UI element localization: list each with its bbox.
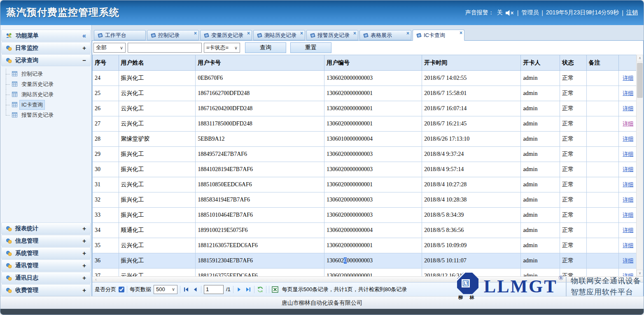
next-page-icon[interactable]: [236, 286, 243, 293]
detail-link[interactable]: 详细: [623, 166, 633, 172]
sidebar-group-日常监控[interactable]: 日常监控 +: [1, 42, 91, 54]
reset-button[interactable]: 重置: [290, 42, 331, 53]
speaker-muted-icon[interactable]: [506, 10, 514, 16]
scroll-left-icon[interactable]: ‹: [93, 277, 98, 282]
expand-state-icon[interactable]: +: [82, 250, 86, 257]
tab-工作平台[interactable]: 工作平台: [94, 30, 146, 40]
sidebar-group-报表统计[interactable]: 报表统计 +: [1, 222, 91, 234]
detail-link[interactable]: 详细: [623, 197, 633, 203]
table-row[interactable]: 24振兴化工0EB670F613060200000000032018/6/7 1…: [93, 71, 638, 86]
detail-link[interactable]: 详细: [623, 212, 633, 218]
sidebar-group-通讯管理[interactable]: 通讯管理 +: [1, 259, 91, 271]
expand-state-icon[interactable]: +: [82, 287, 86, 294]
sidebar-subitem-控制记录[interactable]: 控制记录: [0, 69, 91, 79]
cell-seq: 30: [93, 162, 119, 177]
card-status-select[interactable]: =卡状态= ∨: [204, 43, 240, 53]
table-row[interactable]: 32振兴化工1885834194E7B7AF613060200000000032…: [93, 192, 638, 208]
table-row[interactable]: 35云兴化工18812163057EEDC6AF6130602000000000…: [93, 238, 638, 253]
tab-IC卡查询[interactable]: IC卡查询 ×: [413, 30, 464, 41]
sidebar-group-系统管理[interactable]: 系统管理 +: [1, 247, 91, 259]
brand-logo: LT 柳 林 LLMGT ® 物联网安全通讯设备 智慧应用软件平台: [457, 272, 641, 301]
sidebar-subitem-测站历史记录[interactable]: 测站历史记录: [0, 89, 91, 100]
cell-operator: admin: [521, 208, 560, 223]
detail-link[interactable]: 详细: [623, 120, 633, 127]
detail-link[interactable]: 详细: [623, 105, 633, 111]
sidebar-subitem-报警历史记录[interactable]: 报警历史记录: [0, 110, 91, 120]
table-row[interactable]: 27云兴化工188311785000DFD2481306020000000001…: [93, 116, 638, 132]
table-row[interactable]: 28聚缘堂驴胶5EBB9A1213060100000000042018/6/26…: [93, 132, 638, 147]
tab-表格展示[interactable]: 表格展示 ×: [359, 30, 411, 40]
detail-link[interactable]: 详细: [623, 257, 633, 264]
table-row[interactable]: 34顺通化工1899100219E5075F613060200000000042…: [93, 223, 638, 238]
paginate-checkbox[interactable]: [119, 287, 124, 292]
sidebar-collapse-icon[interactable]: «: [82, 32, 86, 39]
tab-close-icon[interactable]: ×: [247, 31, 250, 36]
table-icon: [12, 102, 17, 107]
cell-user-code: 1306020000000004: [324, 223, 422, 238]
sidebar-subitem-IC卡查询[interactable]: IC卡查询: [0, 100, 91, 110]
detail-link[interactable]: 详细: [623, 227, 633, 233]
page-number-input[interactable]: [204, 285, 224, 294]
detail-link[interactable]: 详细: [623, 181, 633, 188]
detail-link[interactable]: 详细: [623, 136, 633, 142]
vertical-scrollbar[interactable]: ∧ ∨: [636, 55, 643, 276]
tab-close-icon[interactable]: ×: [194, 31, 197, 36]
table-row[interactable]: 29振兴化工188495724E7B7AF6130602000000000320…: [93, 147, 638, 162]
cell-detail: 详细: [618, 86, 637, 101]
expand-state-icon[interactable]: +: [82, 44, 86, 51]
expand-state-icon[interactable]: −: [82, 57, 86, 64]
scroll-up-icon[interactable]: ∧: [637, 55, 643, 61]
cell-user-name: 振兴化工: [119, 208, 196, 223]
cell-status: 正常: [560, 223, 587, 238]
search-input[interactable]: [128, 43, 202, 53]
sidebar-menu-title[interactable]: 功能菜单 «: [1, 30, 91, 42]
expand-state-icon[interactable]: +: [82, 225, 86, 232]
sidebar-subitem-label: 变量历史记录: [19, 79, 56, 89]
table-row[interactable]: 30振兴化工18841028194E7B7AF61306020000000003…: [93, 162, 638, 177]
logout-link[interactable]: 注销: [626, 9, 638, 16]
category-select[interactable]: 全部 ∨: [93, 43, 126, 53]
detail-link[interactable]: 详细: [623, 90, 633, 96]
table-row[interactable]: 26云兴化工186716204200DFD2481306020000000001…: [93, 101, 638, 116]
cell-open-time: 2018/8/4 9:57:14: [422, 162, 521, 177]
tab-label: 报警历史记录: [317, 32, 350, 39]
cell-user-name: 振兴化工: [119, 253, 196, 269]
sidebar-group-通讯日志[interactable]: 通讯日志 +: [1, 272, 91, 284]
expand-state-icon[interactable]: +: [82, 274, 86, 281]
tab-测站历史记录[interactable]: 测站历史记录 ×: [253, 30, 305, 40]
last-page-icon[interactable]: [245, 286, 252, 293]
refresh-icon[interactable]: [257, 286, 264, 293]
cell-user-name: 云兴化工: [119, 101, 196, 116]
expand-state-icon[interactable]: +: [82, 262, 86, 269]
table-row[interactable]: 31云兴化工188510850EEDC6AF613060200000000012…: [93, 177, 638, 192]
sidebar-group-记录查询[interactable]: 记录查询 −: [1, 54, 91, 66]
ic-card-table: 序号用户姓名用户卡号用户编号开卡时间开卡人状态备注 24振兴化工0EB670F6…: [92, 55, 638, 276]
column-header-状态: 状态: [560, 55, 587, 71]
detail-link[interactable]: 详细: [623, 151, 633, 157]
tab-变量历史记录[interactable]: 变量历史记录 ×: [200, 30, 252, 40]
page-size-select[interactable]: 500 ∨: [154, 285, 177, 294]
sidebar-group-信息管理[interactable]: 信息管理 +: [1, 235, 91, 247]
sidebar-subitem-变量历史记录[interactable]: 变量历史记录: [0, 79, 91, 89]
prev-page-icon[interactable]: [192, 286, 198, 293]
tab-close-icon[interactable]: ×: [300, 31, 303, 36]
detail-link[interactable]: 详细: [623, 242, 633, 248]
table-row[interactable]: 36振兴化工18815912304E7B7AF61306020000000003…: [93, 253, 638, 269]
tab-控制记录[interactable]: 控制记录 ×: [147, 30, 199, 40]
column-header-开卡人: 开卡人: [521, 55, 560, 71]
scrollbar-thumb[interactable]: [637, 63, 643, 98]
tab-close-icon[interactable]: ×: [353, 31, 356, 36]
table-row[interactable]: 25云兴化工18671662700DFD24813060200000000012…: [93, 86, 638, 101]
tab-报警历史记录[interactable]: 报警历史记录 ×: [306, 30, 358, 40]
tab-close-icon[interactable]: ×: [406, 31, 409, 36]
folder-group-icon: [6, 45, 12, 51]
tab-close-icon[interactable]: ×: [460, 30, 462, 35]
expand-state-icon[interactable]: +: [82, 237, 86, 244]
table-row[interactable]: 33振兴化工18851010464E7B7AF61306020000000003…: [93, 208, 638, 223]
export-excel-icon[interactable]: [272, 286, 278, 293]
detail-link[interactable]: 详细: [623, 75, 633, 81]
brand-tagline-2: 智慧应用软件平台: [571, 287, 641, 297]
sidebar-group-收费管理[interactable]: 收费管理 +: [1, 284, 91, 296]
first-page-icon[interactable]: [183, 286, 189, 293]
query-button[interactable]: 查询: [245, 42, 286, 53]
